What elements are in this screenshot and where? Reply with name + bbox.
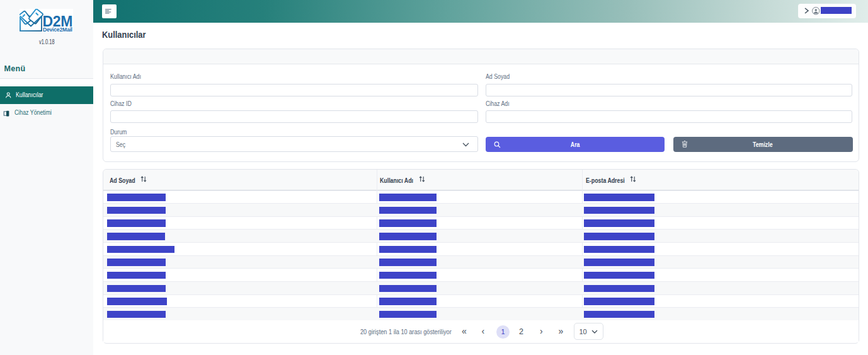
svg-text:Device2Mail: Device2Mail bbox=[43, 26, 72, 32]
